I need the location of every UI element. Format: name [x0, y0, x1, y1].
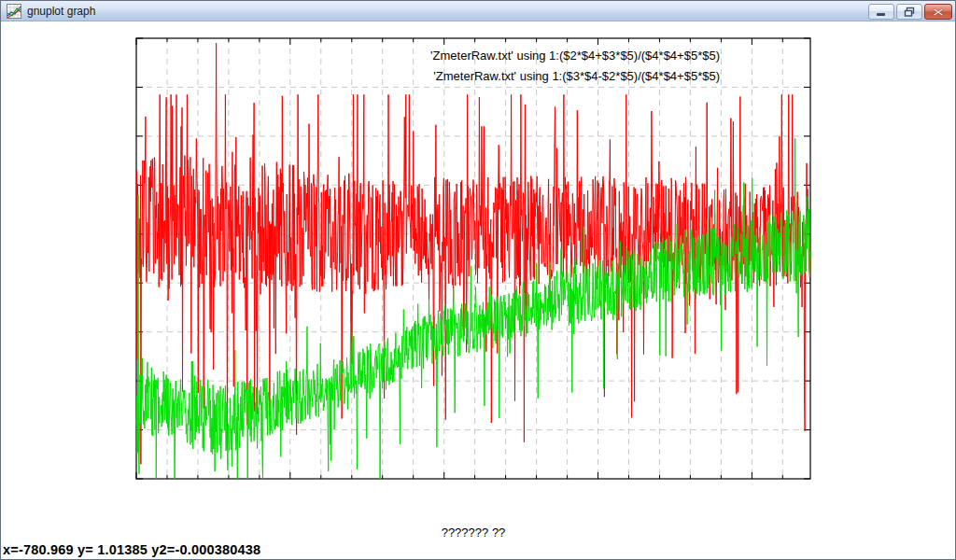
x-axis-label: ??????? ??	[324, 525, 623, 539]
minimize-button[interactable]	[868, 4, 894, 20]
legend-entry-green: 'ZmeterRaw.txt' using 1:($3*$4-$2*$5)/($…	[433, 69, 804, 83]
legend-label: 'ZmeterRaw.txt' using 1:($2*$4+$3*$5)/($…	[430, 49, 720, 63]
minimize-icon	[876, 7, 887, 17]
plot-area: 'ZmeterRaw.txt' using 1:($2*$4+$3*$5)/($…	[1, 21, 956, 560]
window-title: gnuplot graph	[27, 5, 95, 18]
close-button[interactable]	[924, 4, 952, 20]
plot-canvas[interactable]	[1, 21, 956, 560]
gnuplot-window: gnuplot graph 'ZmeterRaw.txt' using 1:($…	[0, 0, 956, 560]
restore-button[interactable]	[896, 4, 922, 20]
legend-line-sample	[729, 76, 804, 77]
titlebar[interactable]: gnuplot graph	[1, 1, 955, 21]
restore-icon	[904, 7, 915, 17]
close-icon	[933, 7, 944, 17]
mouse-position-status: x=-780.969 y= 1.01385 y2=-0.000380438	[3, 542, 260, 557]
gnuplot-graph-icon	[7, 4, 21, 19]
legend-label: 'ZmeterRaw.txt' using 1:($3*$4-$2*$5)/($…	[433, 69, 720, 83]
legend-entry-red: 'ZmeterRaw.txt' using 1:($2*$4+$3*$5)/($…	[430, 49, 804, 63]
legend-line-sample	[729, 55, 804, 57]
